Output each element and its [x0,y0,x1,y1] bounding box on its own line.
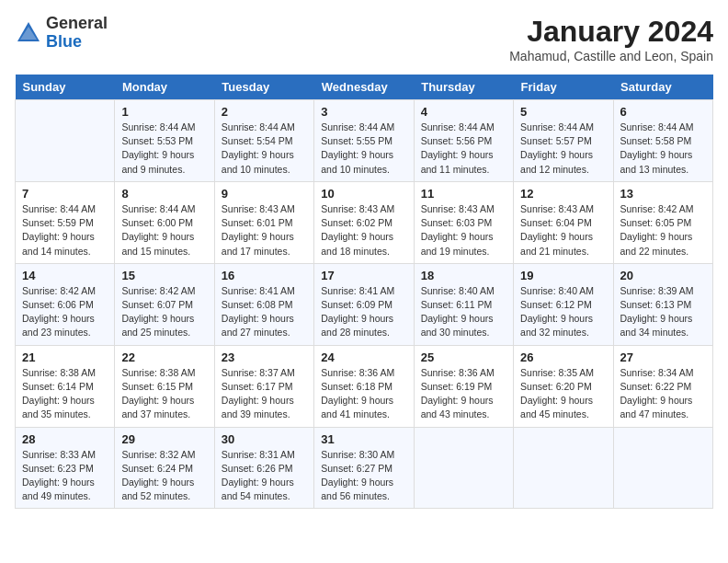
cell-info: Sunrise: 8:44 AMSunset: 5:53 PMDaylight:… [121,121,195,175]
day-number: 16 [222,269,307,282]
day-number: 29 [121,432,207,446]
calendar-cell [414,427,513,509]
day-header-thursday: Thursday [414,75,513,100]
calendar-cell: 28Sunrise: 8:33 AMSunset: 6:23 PMDayligh… [16,427,115,509]
month-year: January 2024 [509,15,713,49]
calendar-week-1: 1Sunrise: 8:44 AMSunset: 5:53 PMDaylight… [16,100,713,182]
cell-info: Sunrise: 8:30 AMSunset: 6:27 PMDaylight:… [321,449,394,502]
cell-info: Sunrise: 8:31 AMSunset: 6:26 PMDaylight:… [222,449,295,502]
calendar-table: SundayMondayTuesdayWednesdayThursdayFrid… [15,75,713,509]
calendar-cell: 12Sunrise: 8:43 AMSunset: 6:04 PMDayligh… [514,181,613,263]
calendar-cell: 1Sunrise: 8:44 AMSunset: 5:53 PMDaylight… [115,100,214,182]
cell-info: Sunrise: 8:41 AMSunset: 6:08 PMDaylight:… [222,285,295,339]
day-header-saturday: Saturday [613,75,712,100]
calendar-cell: 8Sunrise: 8:44 AMSunset: 6:00 PMDaylight… [115,181,214,263]
calendar-cell: 20Sunrise: 8:39 AMSunset: 6:13 PMDayligh… [613,263,712,345]
cell-info: Sunrise: 8:41 AMSunset: 6:09 PMDaylight:… [321,285,394,339]
day-number: 30 [222,432,307,446]
cell-info: Sunrise: 8:43 AMSunset: 6:02 PMDaylight:… [321,203,394,257]
cell-info: Sunrise: 8:35 AMSunset: 6:20 PMDaylight:… [520,367,594,420]
day-number: 22 [121,350,207,364]
calendar-cell: 21Sunrise: 8:38 AMSunset: 6:14 PMDayligh… [16,345,115,427]
cell-info: Sunrise: 8:43 AMSunset: 6:03 PMDaylight:… [421,203,495,257]
day-number: 24 [321,350,406,364]
day-number: 20 [620,269,706,282]
cell-info: Sunrise: 8:36 AMSunset: 6:18 PMDaylight:… [321,367,394,420]
day-number: 27 [620,350,706,364]
cell-info: Sunrise: 8:32 AMSunset: 6:24 PMDaylight:… [121,449,195,502]
day-number: 13 [620,187,706,201]
day-number: 12 [520,187,606,201]
calendar-cell: 2Sunrise: 8:44 AMSunset: 5:54 PMDaylight… [214,100,313,182]
day-header-monday: Monday [115,75,214,100]
calendar-cell: 3Sunrise: 8:44 AMSunset: 5:55 PMDaylight… [314,100,414,182]
location: Mahamud, Castille and Leon, Spain [509,49,713,63]
day-header-friday: Friday [514,75,613,100]
cell-info: Sunrise: 8:34 AMSunset: 6:22 PMDaylight:… [620,367,694,420]
calendar-cell [16,100,115,182]
calendar-cell: 18Sunrise: 8:40 AMSunset: 6:11 PMDayligh… [414,263,513,345]
day-header-tuesday: Tuesday [214,75,313,100]
calendar-cell: 30Sunrise: 8:31 AMSunset: 6:26 PMDayligh… [214,427,313,509]
cell-info: Sunrise: 8:43 AMSunset: 6:01 PMDaylight:… [222,203,295,257]
calendar-week-2: 7Sunrise: 8:44 AMSunset: 5:59 PMDaylight… [16,181,713,263]
calendar-cell: 17Sunrise: 8:41 AMSunset: 6:09 PMDayligh… [314,263,414,345]
cell-info: Sunrise: 8:37 AMSunset: 6:17 PMDaylight:… [222,367,295,420]
day-number: 26 [520,350,606,364]
calendar-cell: 22Sunrise: 8:38 AMSunset: 6:15 PMDayligh… [115,345,214,427]
cell-info: Sunrise: 8:43 AMSunset: 6:04 PMDaylight:… [520,203,594,257]
day-number: 11 [421,187,506,201]
calendar-cell: 5Sunrise: 8:44 AMSunset: 5:57 PMDaylight… [514,100,613,182]
calendar-cell: 10Sunrise: 8:43 AMSunset: 6:02 PMDayligh… [314,181,414,263]
calendar-cell: 29Sunrise: 8:32 AMSunset: 6:24 PMDayligh… [115,427,214,509]
calendar-week-3: 14Sunrise: 8:42 AMSunset: 6:06 PMDayligh… [16,263,713,345]
calendar-header-row: SundayMondayTuesdayWednesdayThursdayFrid… [16,75,713,100]
day-number: 5 [520,105,606,119]
day-number: 2 [222,105,307,119]
day-number: 15 [121,269,207,282]
calendar-cell: 24Sunrise: 8:36 AMSunset: 6:18 PMDayligh… [314,345,414,427]
calendar-cell: 16Sunrise: 8:41 AMSunset: 6:08 PMDayligh… [214,263,313,345]
cell-info: Sunrise: 8:33 AMSunset: 6:23 PMDaylight:… [22,449,96,502]
cell-info: Sunrise: 8:44 AMSunset: 5:54 PMDaylight:… [222,121,295,175]
title-block: January 2024 Mahamud, Castille and Leon,… [509,15,713,63]
calendar-cell: 9Sunrise: 8:43 AMSunset: 6:01 PMDaylight… [214,181,313,263]
calendar-cell: 25Sunrise: 8:36 AMSunset: 6:19 PMDayligh… [414,345,513,427]
cell-info: Sunrise: 8:44 AMSunset: 5:57 PMDaylight:… [520,121,594,175]
calendar-cell: 11Sunrise: 8:43 AMSunset: 6:03 PMDayligh… [414,181,513,263]
cell-info: Sunrise: 8:44 AMSunset: 5:59 PMDaylight:… [22,203,96,257]
cell-info: Sunrise: 8:38 AMSunset: 6:15 PMDaylight:… [121,367,195,420]
day-number: 21 [22,350,108,364]
logo-text: General Blue [46,15,108,52]
day-number: 28 [22,432,108,446]
cell-info: Sunrise: 8:44 AMSunset: 5:56 PMDaylight:… [421,121,495,175]
calendar-cell: 23Sunrise: 8:37 AMSunset: 6:17 PMDayligh… [214,345,313,427]
calendar-cell: 31Sunrise: 8:30 AMSunset: 6:27 PMDayligh… [314,427,414,509]
cell-info: Sunrise: 8:38 AMSunset: 6:14 PMDaylight:… [22,367,96,420]
day-number: 31 [321,432,406,446]
cell-info: Sunrise: 8:42 AMSunset: 6:06 PMDaylight:… [22,285,96,339]
day-number: 8 [121,187,207,201]
day-header-sunday: Sunday [16,75,115,100]
page-header: General Blue January 2024 Mahamud, Casti… [15,15,713,63]
day-number: 10 [321,187,406,201]
day-number: 1 [121,105,207,119]
day-number: 3 [321,105,406,119]
calendar-cell [613,427,712,509]
cell-info: Sunrise: 8:36 AMSunset: 6:19 PMDaylight:… [421,367,495,420]
calendar-week-4: 21Sunrise: 8:38 AMSunset: 6:14 PMDayligh… [16,345,713,427]
day-number: 4 [421,105,506,119]
day-number: 7 [22,187,108,201]
cell-info: Sunrise: 8:44 AMSunset: 5:58 PMDaylight:… [620,121,694,175]
calendar-cell [514,427,613,509]
day-header-wednesday: Wednesday [314,75,414,100]
cell-info: Sunrise: 8:42 AMSunset: 6:05 PMDaylight:… [620,203,694,257]
day-number: 9 [222,187,307,201]
cell-info: Sunrise: 8:44 AMSunset: 6:00 PMDaylight:… [121,203,195,257]
logo: General Blue [15,15,108,52]
cell-info: Sunrise: 8:40 AMSunset: 6:12 PMDaylight:… [520,285,594,339]
calendar-week-5: 28Sunrise: 8:33 AMSunset: 6:23 PMDayligh… [16,427,713,509]
calendar-cell: 19Sunrise: 8:40 AMSunset: 6:12 PMDayligh… [514,263,613,345]
day-number: 25 [421,350,506,364]
calendar-cell: 7Sunrise: 8:44 AMSunset: 5:59 PMDaylight… [16,181,115,263]
